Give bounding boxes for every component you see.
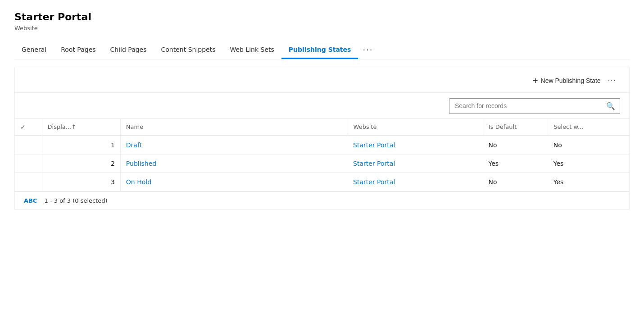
col-header-display[interactable]: Displa...↑ xyxy=(42,118,120,136)
cell-name-1: Published xyxy=(120,154,348,173)
record-website-link-1[interactable]: Starter Portal xyxy=(353,160,395,167)
check-all-icon[interactable]: ✓ xyxy=(20,123,26,131)
search-icon: 🔍 xyxy=(606,102,615,110)
tab-child-pages[interactable]: Child Pages xyxy=(103,41,154,59)
col-header-select-w[interactable]: Select w... xyxy=(548,118,629,136)
tab-publishing-states[interactable]: Publishing States xyxy=(281,41,358,59)
cell-check-1[interactable] xyxy=(15,154,42,173)
search-box: 🔍 xyxy=(449,98,620,114)
page-subtitle: Website xyxy=(14,25,630,32)
cell-select-w-1: Yes xyxy=(548,154,629,173)
tab-root-pages[interactable]: Root Pages xyxy=(54,41,103,59)
page-title: Starter Portal xyxy=(14,11,630,24)
new-publishing-state-button[interactable]: + New Publishing State xyxy=(529,73,604,88)
tab-general[interactable]: General xyxy=(14,41,54,59)
card-toolbar: + New Publishing State ··· xyxy=(15,67,629,93)
tab-content-snippets[interactable]: Content Snippets xyxy=(154,41,223,59)
cell-num-2: 3 xyxy=(42,173,120,191)
tab-web-link-sets[interactable]: Web Link Sets xyxy=(222,41,281,59)
col-header-name[interactable]: Name xyxy=(120,118,348,136)
record-name-link-1[interactable]: Published xyxy=(126,160,156,167)
tab-bar: General Root Pages Child Pages Content S… xyxy=(14,41,630,59)
record-name-link-0[interactable]: Draft xyxy=(126,141,142,149)
cell-select-w-2: Yes xyxy=(548,173,629,191)
cell-website-0: Starter Portal xyxy=(348,136,483,154)
record-name-link-2[interactable]: On Hold xyxy=(126,178,151,186)
new-publishing-state-label: New Publishing State xyxy=(541,77,601,84)
cell-website-2: Starter Portal xyxy=(348,173,483,191)
record-website-link-2[interactable]: Starter Portal xyxy=(353,178,395,186)
search-input[interactable] xyxy=(449,99,602,113)
records-table: ✓ Displa...↑ Name Website Is Default Sel… xyxy=(15,118,629,191)
plus-icon: + xyxy=(533,76,538,85)
footer-alpha: ABC xyxy=(24,197,37,204)
cell-is-default-0: No xyxy=(483,136,548,154)
cell-select-w-0: No xyxy=(548,136,629,154)
toolbar-more-button[interactable]: ··· xyxy=(604,74,620,87)
footer-count: 1 - 3 of 3 (0 selected) xyxy=(45,197,108,204)
search-icon-button[interactable]: 🔍 xyxy=(602,99,620,114)
record-website-link-0[interactable]: Starter Portal xyxy=(353,141,395,149)
tab-more-button[interactable]: ··· xyxy=(358,41,377,59)
cell-is-default-2: No xyxy=(483,173,548,191)
cell-num-1: 2 xyxy=(42,154,120,173)
search-row: 🔍 xyxy=(15,93,629,118)
table-row: 3 On Hold Starter Portal No Yes xyxy=(15,173,629,191)
cell-check-2[interactable] xyxy=(15,173,42,191)
col-header-website[interactable]: Website xyxy=(348,118,483,136)
cell-check-0[interactable] xyxy=(15,136,42,154)
cell-website-1: Starter Portal xyxy=(348,154,483,173)
cell-is-default-1: Yes xyxy=(483,154,548,173)
table-row: 1 Draft Starter Portal No No xyxy=(15,136,629,154)
col-header-check: ✓ xyxy=(15,118,42,136)
cell-name-2: On Hold xyxy=(120,173,348,191)
cell-name-0: Draft xyxy=(120,136,348,154)
card-footer: ABC 1 - 3 of 3 (0 selected) xyxy=(15,191,629,209)
col-header-is-default[interactable]: Is Default xyxy=(483,118,548,136)
publishing-states-card: + New Publishing State ··· 🔍 ✓ Displa...… xyxy=(14,67,630,210)
table-row: 2 Published Starter Portal Yes Yes xyxy=(15,154,629,173)
cell-num-0: 1 xyxy=(42,136,120,154)
